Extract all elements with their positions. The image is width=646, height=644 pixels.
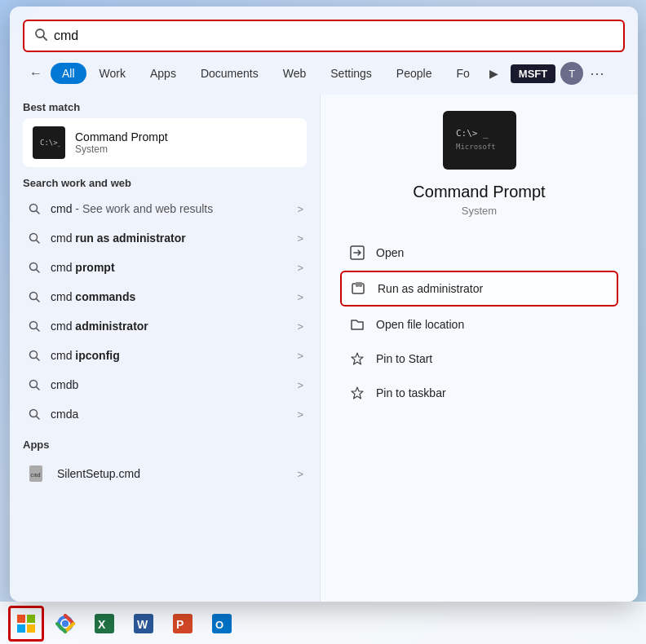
- powerpoint-icon[interactable]: P: [165, 606, 201, 642]
- tab-work[interactable]: Work: [88, 63, 137, 84]
- taskbar: X W P O: [0, 602, 646, 644]
- best-match-label: Best match: [23, 101, 307, 113]
- windows-start-button[interactable]: [8, 606, 44, 642]
- result-text-5: cmd ipconfig: [51, 349, 289, 362]
- best-match-subtitle: System: [75, 143, 168, 155]
- tab-documents[interactable]: Documents: [189, 63, 270, 84]
- result-cmda[interactable]: cmda >: [23, 399, 307, 429]
- svg-line-23: [37, 240, 40, 244]
- action-run-as-admin[interactable]: Run as administrator: [340, 271, 618, 307]
- svg-text:O: O: [215, 619, 223, 631]
- chrome-icon[interactable]: [47, 606, 83, 642]
- search-icon: [34, 28, 47, 44]
- tab-all[interactable]: All: [51, 63, 86, 84]
- result-search-icon-6: [26, 377, 42, 393]
- result-chevron-4: >: [297, 320, 303, 333]
- app-title: Command Prompt: [413, 183, 545, 201]
- result-cmdb[interactable]: cmdb >: [23, 370, 307, 399]
- svg-text:X: X: [98, 618, 106, 631]
- result-text-3: cmd commands: [51, 290, 289, 303]
- action-pin-to-taskbar[interactable]: Pin to taskbar: [340, 377, 618, 409]
- run-as-admin-icon: [350, 280, 368, 298]
- svg-rect-1: [27, 615, 35, 623]
- action-pin-to-start[interactable]: Pin to Start: [340, 342, 618, 375]
- svg-text:P: P: [176, 618, 184, 631]
- back-button[interactable]: ←: [23, 60, 49, 86]
- left-panel: Best match C:\>_ Command Prompt System S…: [10, 95, 320, 602]
- silent-setup-text: SilentSetup.cmd: [57, 467, 289, 480]
- result-chevron-0: >: [297, 203, 303, 215]
- tab-web[interactable]: Web: [272, 63, 318, 84]
- svg-rect-0: [17, 615, 25, 623]
- result-search-icon-4: [26, 318, 42, 334]
- result-chevron-7: >: [297, 408, 303, 421]
- result-chevron-2: >: [297, 262, 303, 274]
- svg-line-25: [37, 270, 40, 273]
- result-chevron-5: >: [297, 350, 303, 362]
- result-cmd-run-as[interactable]: cmd run as administrator >: [23, 223, 307, 253]
- svg-text:W: W: [137, 618, 148, 631]
- svg-rect-2: [17, 624, 25, 633]
- result-search-icon-1: [26, 230, 42, 246]
- result-cmd-commands[interactable]: cmd commands >: [23, 282, 307, 311]
- start-menu: ← All Work Apps Documents Web Settings P…: [10, 7, 638, 602]
- svg-text:C:\>_: C:\>_: [40, 139, 60, 147]
- more-tabs-button[interactable]: ▶: [483, 62, 506, 85]
- open-file-location-icon: [348, 315, 366, 333]
- svg-line-33: [37, 387, 40, 390]
- result-search-icon-5: [26, 347, 42, 364]
- result-cmd-prompt[interactable]: cmd prompt >: [23, 253, 307, 282]
- best-match-item[interactable]: C:\>_ Command Prompt System: [23, 118, 307, 167]
- result-text-0: cmd - See work and web results: [51, 202, 289, 215]
- search-web-label: Search work and web: [23, 177, 307, 189]
- pin-to-start-icon: [348, 350, 366, 368]
- tab-fo[interactable]: Fo: [445, 63, 480, 84]
- result-chevron-6: >: [297, 379, 303, 391]
- cmd-icon-large: C:\> _ Microsoft: [443, 111, 516, 170]
- action-open[interactable]: Open: [340, 236, 618, 269]
- svg-text:Microsoft: Microsoft: [456, 143, 496, 151]
- filter-tabs: ← All Work Apps Documents Web Settings P…: [10, 60, 638, 95]
- svg-line-27: [37, 299, 40, 302]
- svg-line-29: [37, 329, 40, 332]
- action-open-file-location[interactable]: Open file location: [340, 308, 618, 341]
- action-list: Open Run as administrator: [340, 236, 618, 409]
- tab-settings[interactable]: Settings: [319, 63, 383, 84]
- outlook-icon[interactable]: O: [204, 606, 240, 642]
- svg-line-17: [43, 37, 46, 40]
- action-open-label: Open: [376, 246, 404, 259]
- svg-line-31: [37, 358, 40, 361]
- best-match-title: Command Prompt: [75, 130, 168, 143]
- pin-to-taskbar-icon: [348, 384, 366, 402]
- silent-setup-chevron: >: [297, 468, 303, 480]
- user-avatar[interactable]: T: [560, 62, 583, 85]
- result-text-7: cmda: [51, 408, 289, 421]
- result-cmd-administrator[interactable]: cmd administrator >: [23, 311, 307, 341]
- result-search-icon-3: [26, 289, 42, 305]
- silent-setup-item[interactable]: cmd SilentSetup.cmd >: [23, 456, 307, 492]
- svg-text:cmd: cmd: [30, 472, 41, 479]
- tab-people[interactable]: People: [385, 63, 444, 84]
- apps-section-label: Apps: [23, 439, 307, 451]
- svg-line-35: [37, 417, 40, 420]
- more-options-button[interactable]: ⋯: [586, 64, 608, 82]
- word-icon[interactable]: W: [126, 606, 162, 642]
- result-chevron-3: >: [297, 291, 303, 303]
- result-cmd-web[interactable]: cmd - See work and web results >: [23, 194, 307, 223]
- apps-section: Apps cmd SilentSetup.cmd >: [23, 439, 307, 492]
- search-results: cmd - See work and web results > cmd run…: [23, 194, 307, 429]
- result-chevron-1: >: [297, 232, 303, 245]
- action-pin-to-taskbar-label: Pin to taskbar: [376, 386, 446, 399]
- excel-icon[interactable]: X: [86, 606, 122, 642]
- svg-rect-38: [451, 118, 508, 162]
- tab-apps[interactable]: Apps: [139, 63, 188, 84]
- result-cmd-ipconfig[interactable]: cmd ipconfig >: [23, 341, 307, 370]
- msft-badge[interactable]: MSFT: [511, 64, 555, 83]
- open-icon: [348, 244, 366, 262]
- result-search-icon-7: [26, 406, 42, 422]
- app-subtitle: System: [462, 205, 497, 217]
- result-text-4: cmd administrator: [51, 320, 289, 333]
- right-panel: C:\> _ Microsoft Command Prompt System O…: [320, 95, 638, 602]
- search-input[interactable]: [54, 29, 613, 43]
- result-text-2: cmd prompt: [51, 261, 289, 274]
